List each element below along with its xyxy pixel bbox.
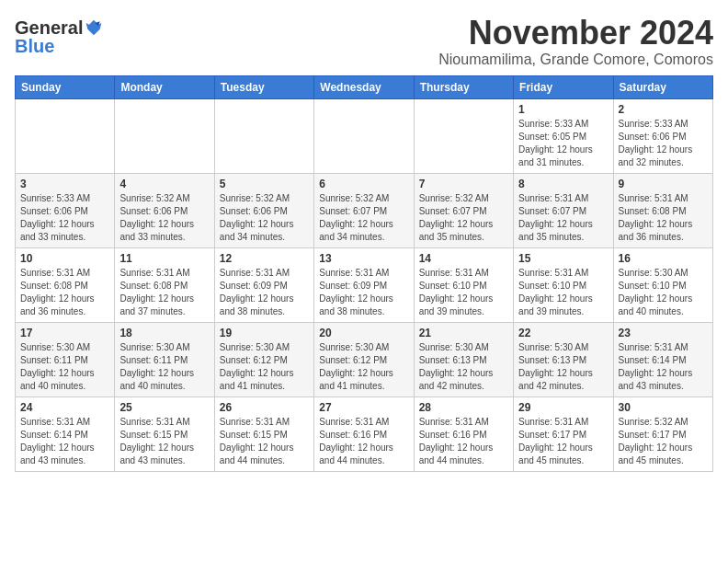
day-number: 3 [20,178,109,190]
day-info: Sunrise: 5:32 AM Sunset: 6:07 PM Dayligh… [419,192,508,244]
day-cell: 16Sunrise: 5:30 AM Sunset: 6:10 PM Dayli… [613,247,712,322]
day-number: 14 [419,252,508,265]
day-number: 13 [319,252,408,265]
day-info: Sunrise: 5:31 AM Sunset: 6:14 PM Dayligh… [20,416,109,467]
day-cell: 4Sunrise: 5:32 AM Sunset: 6:06 PM Daylig… [115,173,214,247]
logo-icon [85,18,103,37]
page-header: General Blue November 2024 Nioumamilima,… [15,15,713,68]
day-cell: 28Sunrise: 5:31 AM Sunset: 6:16 PM Dayli… [414,396,513,471]
day-info: Sunrise: 5:31 AM Sunset: 6:15 PM Dayligh… [119,416,209,467]
day-number: 2 [619,103,708,116]
header-friday: Friday [514,75,613,98]
day-info: Sunrise: 5:31 AM Sunset: 6:15 PM Dayligh… [220,416,309,467]
day-number: 12 [220,252,309,265]
day-cell: 24Sunrise: 5:31 AM Sunset: 6:14 PM Dayli… [16,396,115,471]
day-info: Sunrise: 5:31 AM Sunset: 6:10 PM Dayligh… [518,267,608,318]
day-cell [214,98,313,173]
day-number: 5 [220,178,309,190]
week-row-2: 3Sunrise: 5:33 AM Sunset: 6:06 PM Daylig… [16,173,713,247]
day-number: 1 [518,103,608,116]
day-cell [115,98,214,173]
week-row-5: 24Sunrise: 5:31 AM Sunset: 6:14 PM Dayli… [16,396,713,471]
header-monday: Monday [115,75,214,98]
day-cell: 20Sunrise: 5:30 AM Sunset: 6:12 PM Dayli… [314,322,414,396]
day-number: 24 [20,401,109,414]
header-row: SundayMondayTuesdayWednesdayThursdayFrid… [16,75,713,98]
day-cell: 21Sunrise: 5:30 AM Sunset: 6:13 PM Dayli… [414,322,513,396]
day-cell: 6Sunrise: 5:32 AM Sunset: 6:07 PM Daylig… [314,173,414,247]
day-info: Sunrise: 5:32 AM Sunset: 6:17 PM Dayligh… [619,416,708,467]
header-tuesday: Tuesday [214,75,313,98]
day-info: Sunrise: 5:32 AM Sunset: 6:06 PM Dayligh… [119,192,209,244]
day-number: 11 [119,252,209,265]
day-cell [414,98,513,173]
day-info: Sunrise: 5:31 AM Sunset: 6:09 PM Dayligh… [220,267,309,318]
day-cell [314,98,414,173]
week-row-3: 10Sunrise: 5:31 AM Sunset: 6:08 PM Dayli… [16,247,713,322]
day-cell: 9Sunrise: 5:31 AM Sunset: 6:08 PM Daylig… [613,173,712,247]
day-info: Sunrise: 5:31 AM Sunset: 6:08 PM Dayligh… [119,267,209,318]
day-info: Sunrise: 5:33 AM Sunset: 6:06 PM Dayligh… [619,118,708,169]
day-cell: 23Sunrise: 5:31 AM Sunset: 6:14 PM Dayli… [613,322,712,396]
day-cell: 7Sunrise: 5:32 AM Sunset: 6:07 PM Daylig… [414,173,513,247]
day-info: Sunrise: 5:32 AM Sunset: 6:06 PM Dayligh… [220,192,309,244]
day-cell: 1Sunrise: 5:33 AM Sunset: 6:05 PM Daylig… [514,98,613,173]
day-number: 21 [419,327,508,339]
day-cell: 12Sunrise: 5:31 AM Sunset: 6:09 PM Dayli… [214,247,313,322]
logo: General Blue [15,18,103,55]
day-number: 17 [20,327,109,339]
day-cell [16,98,115,173]
day-number: 9 [619,178,708,190]
day-cell: 14Sunrise: 5:31 AM Sunset: 6:10 PM Dayli… [414,247,513,322]
day-cell: 11Sunrise: 5:31 AM Sunset: 6:08 PM Dayli… [115,247,214,322]
day-info: Sunrise: 5:30 AM Sunset: 6:12 PM Dayligh… [220,341,309,393]
day-number: 23 [619,327,708,339]
day-number: 10 [20,252,109,265]
day-cell: 2Sunrise: 5:33 AM Sunset: 6:06 PM Daylig… [613,98,712,173]
day-number: 6 [319,178,408,190]
day-number: 16 [619,252,708,265]
day-info: Sunrise: 5:31 AM Sunset: 6:08 PM Dayligh… [20,267,109,318]
header-wednesday: Wednesday [314,75,414,98]
day-info: Sunrise: 5:31 AM Sunset: 6:17 PM Dayligh… [518,416,608,467]
logo-blue-text: Blue [15,37,54,55]
day-cell: 27Sunrise: 5:31 AM Sunset: 6:16 PM Dayli… [314,396,414,471]
day-cell: 18Sunrise: 5:30 AM Sunset: 6:11 PM Dayli… [115,322,214,396]
day-number: 7 [419,178,508,190]
day-info: Sunrise: 5:33 AM Sunset: 6:06 PM Dayligh… [20,192,109,244]
day-info: Sunrise: 5:31 AM Sunset: 6:09 PM Dayligh… [319,267,408,318]
day-cell: 15Sunrise: 5:31 AM Sunset: 6:10 PM Dayli… [514,247,613,322]
day-info: Sunrise: 5:31 AM Sunset: 6:16 PM Dayligh… [319,416,408,467]
location-title: Nioumamilima, Grande Comore, Comoros [438,52,713,68]
day-cell: 19Sunrise: 5:30 AM Sunset: 6:12 PM Dayli… [214,322,313,396]
day-cell: 22Sunrise: 5:30 AM Sunset: 6:13 PM Dayli… [514,322,613,396]
day-info: Sunrise: 5:33 AM Sunset: 6:05 PM Dayligh… [518,118,608,169]
day-number: 30 [619,401,708,414]
day-number: 15 [518,252,608,265]
day-info: Sunrise: 5:30 AM Sunset: 6:10 PM Dayligh… [619,267,708,318]
logo-general-text: General [15,18,83,37]
day-cell: 5Sunrise: 5:32 AM Sunset: 6:06 PM Daylig… [214,173,313,247]
calendar-table: SundayMondayTuesdayWednesdayThursdayFrid… [15,75,713,472]
week-row-4: 17Sunrise: 5:30 AM Sunset: 6:11 PM Dayli… [16,322,713,396]
day-cell: 13Sunrise: 5:31 AM Sunset: 6:09 PM Dayli… [314,247,414,322]
day-cell: 30Sunrise: 5:32 AM Sunset: 6:17 PM Dayli… [613,396,712,471]
day-number: 22 [518,327,608,339]
day-number: 18 [119,327,209,339]
day-cell: 26Sunrise: 5:31 AM Sunset: 6:15 PM Dayli… [214,396,313,471]
day-cell: 10Sunrise: 5:31 AM Sunset: 6:08 PM Dayli… [16,247,115,322]
day-cell: 25Sunrise: 5:31 AM Sunset: 6:15 PM Dayli… [115,396,214,471]
day-number: 8 [518,178,608,190]
day-number: 20 [319,327,408,339]
day-number: 26 [220,401,309,414]
day-info: Sunrise: 5:30 AM Sunset: 6:12 PM Dayligh… [319,341,408,393]
day-number: 19 [220,327,309,339]
day-number: 4 [119,178,209,190]
day-info: Sunrise: 5:30 AM Sunset: 6:13 PM Dayligh… [419,341,508,393]
day-info: Sunrise: 5:31 AM Sunset: 6:07 PM Dayligh… [518,192,608,244]
day-info: Sunrise: 5:31 AM Sunset: 6:10 PM Dayligh… [419,267,508,318]
day-info: Sunrise: 5:30 AM Sunset: 6:13 PM Dayligh… [518,341,608,393]
day-cell: 17Sunrise: 5:30 AM Sunset: 6:11 PM Dayli… [16,322,115,396]
day-info: Sunrise: 5:30 AM Sunset: 6:11 PM Dayligh… [20,341,109,393]
day-info: Sunrise: 5:32 AM Sunset: 6:07 PM Dayligh… [319,192,408,244]
